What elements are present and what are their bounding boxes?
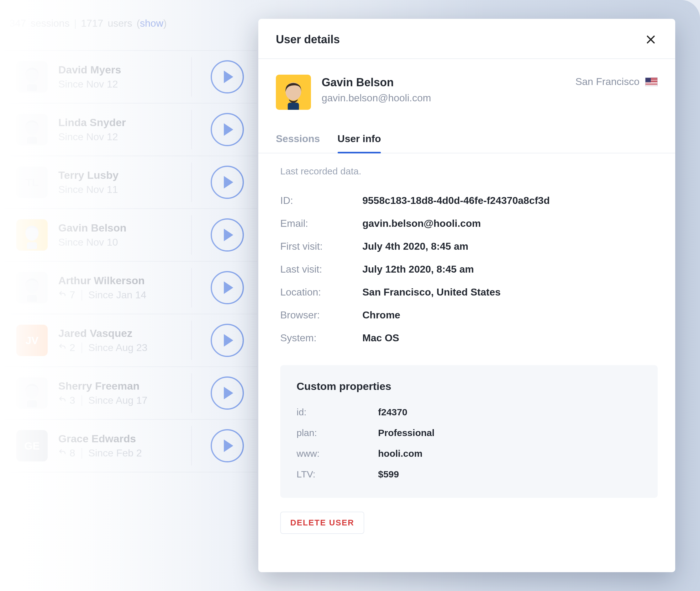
play-button[interactable] — [211, 60, 244, 93]
field-system: System: Mac OS — [280, 327, 658, 349]
user-text: Grace Edwards8Since Feb 2 — [58, 433, 200, 459]
custom-id: id: f24370 — [297, 402, 641, 422]
user-name: Jared Vasquez — [58, 327, 200, 339]
svg-rect-7 — [27, 295, 37, 302]
user-name: Grace Edwards — [58, 433, 200, 445]
custom-ltv: LTV: $599 — [297, 464, 641, 485]
reply-count: 3 — [58, 395, 75, 406]
since-text: Since Feb 2 — [88, 447, 142, 459]
field-first-value: July 4th 2020, 8:45 am — [362, 241, 468, 252]
field-email-label: Email: — [280, 218, 356, 229]
user-row[interactable]: Arthur Wilkerson7Since Jan 14 — [0, 262, 257, 314]
user-subtext: 2Since Aug 23 — [58, 342, 200, 353]
field-last-label: Last visit: — [280, 263, 356, 275]
user-list: David MyersSince Nov 12Linda SnyderSince… — [0, 50, 257, 472]
user-row[interactable]: TLTerry LusbySince Nov 11 — [0, 156, 257, 209]
reply-number: 2 — [70, 342, 75, 353]
field-email-value: gavin.belson@hooli.com — [362, 218, 481, 229]
play-button[interactable] — [211, 113, 244, 146]
tab-user-info[interactable]: User info — [338, 133, 381, 153]
play-button[interactable] — [211, 166, 244, 199]
custom-plan-value: Professional — [378, 428, 435, 438]
since-text: Since Nov 10 — [58, 237, 118, 248]
app-root: 347 sessions | 1717 users (show) David M… — [0, 0, 700, 591]
user-avatar: GE — [16, 430, 48, 461]
user-row[interactable]: David MyersSince Nov 12 — [0, 50, 257, 104]
close-icon — [646, 35, 656, 45]
last-recorded-hint: Last recorded data. — [280, 166, 658, 177]
avatar-face-icon — [279, 78, 308, 110]
since-text: Since Aug 23 — [88, 342, 148, 353]
since-text: Since Nov 12 — [58, 131, 118, 143]
user-name: Linda Snyder — [58, 116, 200, 129]
user-row[interactable]: Linda SnyderSince Nov 12 — [0, 104, 257, 156]
reply-number: 3 — [70, 395, 75, 406]
user-subtext: Since Nov 10 — [58, 237, 200, 248]
user-row[interactable]: Sherry Freeman3Since Aug 17 — [0, 367, 257, 420]
reply-icon — [58, 289, 67, 301]
field-browser-value: Chrome — [362, 309, 400, 321]
play-icon — [224, 281, 233, 294]
play-button[interactable] — [211, 271, 244, 304]
reply-icon — [58, 342, 67, 353]
play-icon — [224, 123, 233, 136]
reply-icon — [58, 395, 67, 406]
field-last-value: July 12th 2020, 8:45 am — [362, 263, 474, 275]
user-subtext: Since Nov 12 — [58, 131, 200, 143]
play-icon — [224, 440, 233, 452]
custom-plan: plan: Professional — [297, 422, 641, 443]
since-text: Since Nov 11 — [58, 184, 118, 195]
danger-row: DELETE USER — [258, 498, 675, 534]
delete-user-button[interactable]: DELETE USER — [280, 512, 364, 534]
location-text: San Francisco — [575, 76, 639, 87]
user-fields: ID: 9558c183-18d8-4d0d-46fe-f24370a8cf3d… — [280, 189, 658, 349]
profile-header: Gavin Belson gavin.belson@hooli.com San … — [258, 59, 675, 110]
reply-count: 2 — [58, 342, 75, 353]
summary-bar: 347 sessions | 1717 users (show) — [0, 17, 167, 29]
play-button[interactable] — [211, 429, 244, 462]
svg-rect-3 — [27, 137, 37, 144]
play-icon — [224, 229, 233, 241]
play-icon — [224, 176, 233, 189]
field-email: Email: gavin.belson@hooli.com — [280, 212, 658, 235]
user-details-modal: User details Gavin Belson gavin.belson@h… — [258, 19, 675, 572]
reply-count: 8 — [58, 447, 75, 459]
profile-name: Gavin Belson — [322, 76, 564, 89]
divider — [81, 448, 82, 459]
custom-plan-label: plan: — [297, 428, 372, 438]
user-subtext: Since Nov 11 — [58, 184, 200, 195]
profile-email: gavin.belson@hooli.com — [322, 92, 564, 104]
user-row[interactable]: JVJared Vasquez2Since Aug 23 — [0, 314, 257, 367]
play-button[interactable] — [211, 377, 244, 410]
svg-rect-13 — [288, 103, 299, 110]
tab-sessions[interactable]: Sessions — [276, 133, 320, 153]
play-icon — [224, 387, 233, 399]
user-avatar: JV — [16, 325, 48, 356]
svg-rect-1 — [27, 84, 37, 91]
user-subtext: 8Since Feb 2 — [58, 447, 200, 459]
custom-id-label: id: — [297, 407, 372, 417]
field-browser: Browser: Chrome — [280, 304, 658, 327]
user-avatar — [16, 377, 48, 409]
show-toggle-group: (show) — [137, 17, 167, 29]
reply-count: 7 — [58, 289, 75, 301]
user-row[interactable]: GEGrace Edwards8Since Feb 2 — [0, 420, 257, 472]
close-button[interactable] — [644, 32, 658, 47]
custom-ltv-label: LTV: — [297, 469, 372, 480]
user-avatar — [16, 114, 48, 145]
us-flag-icon — [645, 77, 658, 86]
field-location-value: San Francisco, United States — [362, 286, 500, 298]
play-icon — [224, 71, 233, 83]
play-button[interactable] — [211, 324, 244, 357]
user-row[interactable]: Gavin BelsonSince Nov 10 — [0, 209, 257, 262]
since-text: Since Aug 17 — [88, 395, 148, 406]
sessions-count: 347 — [9, 17, 26, 29]
field-first-label: First visit: — [280, 241, 356, 252]
play-button[interactable] — [211, 218, 244, 252]
user-text: Arthur Wilkerson7Since Jan 14 — [58, 274, 200, 301]
modal-title: User details — [276, 33, 340, 46]
show-link[interactable]: show — [140, 17, 163, 29]
custom-id-value: f24370 — [378, 407, 407, 417]
field-system-label: System: — [280, 332, 356, 344]
user-subtext: 3Since Aug 17 — [58, 395, 200, 406]
